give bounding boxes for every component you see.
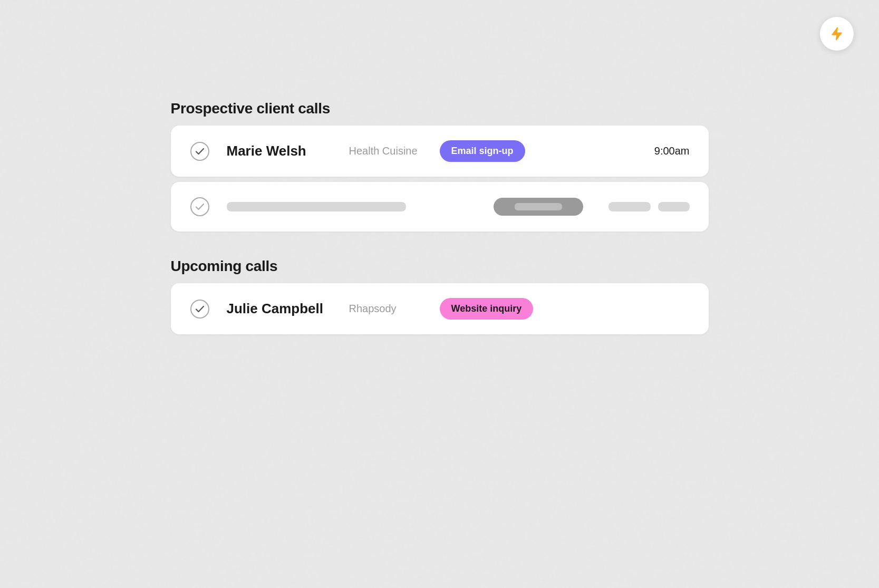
client-company-julie: Rhapsody [349, 303, 423, 315]
svg-point-0 [191, 142, 209, 160]
call-item-julie[interactable]: Julie Campbell Rhapsody Website inquiry [171, 283, 709, 334]
redacted-time-bar-1 [608, 202, 651, 211]
client-name-julie: Julie Campbell [227, 301, 332, 317]
call-badge-julie[interactable]: Website inquiry [440, 298, 534, 320]
redacted-badge [494, 198, 583, 216]
main-content: Prospective client calls Marie Welsh Hea… [150, 0, 730, 334]
call-item-marie[interactable]: Marie Welsh Health Cuisine Email sign-up… [171, 126, 709, 177]
redacted-name-bar [227, 202, 406, 211]
client-company-marie: Health Cuisine [349, 145, 423, 157]
lightning-icon [829, 26, 844, 41]
quick-actions-button[interactable] [820, 17, 854, 51]
redacted-time-bar-2 [658, 202, 690, 211]
check-circle-icon-redacted [190, 197, 210, 217]
svg-point-1 [191, 198, 209, 216]
check-circle-icon-marie [190, 141, 210, 161]
call-item-redacted[interactable] [171, 182, 709, 232]
check-circle-icon-julie [190, 299, 210, 319]
client-name-marie: Marie Welsh [227, 143, 332, 159]
upcoming-calls-section: Upcoming calls Julie Campbell Rhapsody W… [171, 258, 709, 334]
upcoming-calls-title: Upcoming calls [171, 258, 709, 275]
svg-point-2 [191, 300, 209, 318]
call-time-marie: 9:00am [654, 145, 690, 157]
call-badge-marie[interactable]: Email sign-up [440, 140, 525, 162]
prospective-calls-section: Prospective client calls Marie Welsh Hea… [171, 100, 709, 232]
prospective-calls-title: Prospective client calls [171, 100, 709, 117]
